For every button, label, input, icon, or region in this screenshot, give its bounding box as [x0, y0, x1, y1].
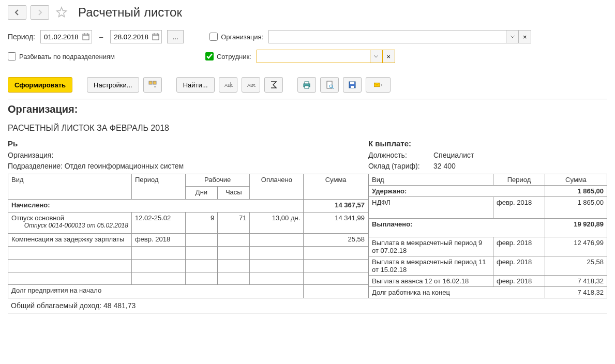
report-dept-label: Подразделение: [8, 162, 63, 170]
expand-groups-button[interactable]: ABC [219, 77, 237, 93]
page-title: Расчетный листок [78, 5, 182, 20]
accrued-table: Вид Период Рабочие Оплачено Сумма Дни Ча… [8, 174, 368, 298]
report-pb: Рь [8, 138, 368, 150]
col-work: Рабочие [185, 174, 250, 187]
col-period: Период [131, 174, 185, 200]
period-label: Период: [8, 33, 35, 41]
table-row: НДФЛ февр. 2018 1 865,00 [369, 196, 607, 218]
collapse-groups-button[interactable]: ABC [242, 77, 260, 93]
find-button[interactable]: Найти... [176, 77, 215, 93]
split-dept-checkbox[interactable] [8, 52, 16, 60]
withheld-table: Вид Период Сумма Удержано: 1 865,00 НДФЛ… [368, 174, 607, 298]
col-type: Вид [8, 174, 132, 200]
table-row: Долг работника на конец 7 418,32 [369, 286, 607, 298]
table-row: Выплата в межрасчетный период 11 от 15.0… [369, 256, 607, 275]
org-filter-checkbox[interactable] [209, 33, 218, 41]
report-org-header: Организация: [8, 103, 607, 115]
favorite-button[interactable] [53, 4, 70, 21]
table-row: Отпуск основнойОтпуск 0014-000013 от 05.… [8, 213, 368, 234]
emp-filter-checkbox[interactable] [205, 52, 214, 60]
col-sum: Сумма [304, 174, 368, 200]
withheld-label: Удержано: [369, 185, 545, 196]
preview-button[interactable] [320, 77, 339, 93]
svg-rect-20 [351, 86, 354, 88]
paid-sum: 19 920,89 [545, 218, 607, 237]
table-row: Выплата в межрасчетный период 9 от 07.02… [369, 237, 607, 256]
col-sum: Сумма [545, 174, 607, 185]
position-value: Специалист [433, 151, 474, 159]
col-hours: Часы [218, 187, 250, 200]
table-row: Компенсация за задержку зарплаты февр. 2… [8, 233, 368, 246]
table-row [8, 272, 368, 285]
table-row [8, 259, 368, 272]
svg-rect-9 [153, 81, 156, 84]
col-period: Период [493, 174, 545, 185]
col-type: Вид [369, 174, 493, 185]
payout-label: К выплате: [368, 138, 607, 150]
emp-dropdown-button[interactable] [370, 50, 383, 63]
position-label: Должность: [368, 150, 433, 161]
salary-value: 32 400 [433, 162, 456, 170]
date-dash: – [99, 33, 103, 41]
paid-label: Выплачено: [369, 218, 545, 237]
table-row [8, 246, 368, 259]
email-button[interactable] [366, 77, 391, 93]
svg-rect-14 [305, 86, 309, 88]
table-row: Выплата аванса 12 от 16.02.18 февр. 2018… [369, 275, 607, 286]
accrued-label: Начислено: [8, 200, 304, 213]
report-title: РАСЧЕТНЫЙ ЛИСТОК ЗА ФЕВРАЛЬ 2018 [8, 124, 607, 133]
table-row: Долг предприятия на начало [8, 285, 368, 298]
date-to-input[interactable] [110, 30, 162, 43]
sum-button[interactable] [264, 77, 283, 93]
svg-text:ABC: ABC [224, 83, 233, 88]
org-select[interactable] [268, 30, 506, 43]
generate-button[interactable]: Сформировать [8, 77, 72, 93]
emp-clear-button[interactable]: × [383, 50, 395, 63]
period-select-button[interactable]: ... [167, 30, 184, 43]
col-days: Дни [185, 187, 217, 200]
split-dept-label: Разбивать по подразделениям [19, 53, 115, 60]
report-org-label: Организация: [8, 151, 53, 159]
accrued-sum: 14 367,57 [304, 200, 368, 213]
svg-rect-8 [149, 81, 152, 84]
date-from-input[interactable] [40, 30, 92, 43]
print-button[interactable] [297, 77, 316, 93]
emp-filter-label: Сотрудник: [217, 53, 251, 60]
svg-rect-19 [350, 82, 354, 84]
svg-rect-13 [305, 82, 309, 84]
col-paid: Оплачено [250, 174, 304, 200]
save-button[interactable] [343, 77, 362, 93]
org-dropdown-button[interactable] [506, 30, 519, 43]
emp-select[interactable] [257, 50, 370, 63]
salary-label: Оклад (тариф): [368, 161, 433, 172]
withheld-sum: 1 865,00 [545, 185, 607, 196]
back-button[interactable] [8, 5, 26, 20]
total-taxable: Общий облагаемый доход: 48 481,73 [8, 298, 607, 313]
forward-button[interactable] [31, 5, 49, 20]
org-filter-label: Организация: [221, 33, 263, 41]
svg-text:ABC: ABC [247, 83, 256, 88]
settings-button[interactable]: Настройки... [87, 77, 139, 93]
report-dept-value: Отдел геоинформационных систем [65, 162, 184, 170]
org-clear-button[interactable]: × [519, 30, 531, 43]
variants-button[interactable] [143, 77, 162, 93]
